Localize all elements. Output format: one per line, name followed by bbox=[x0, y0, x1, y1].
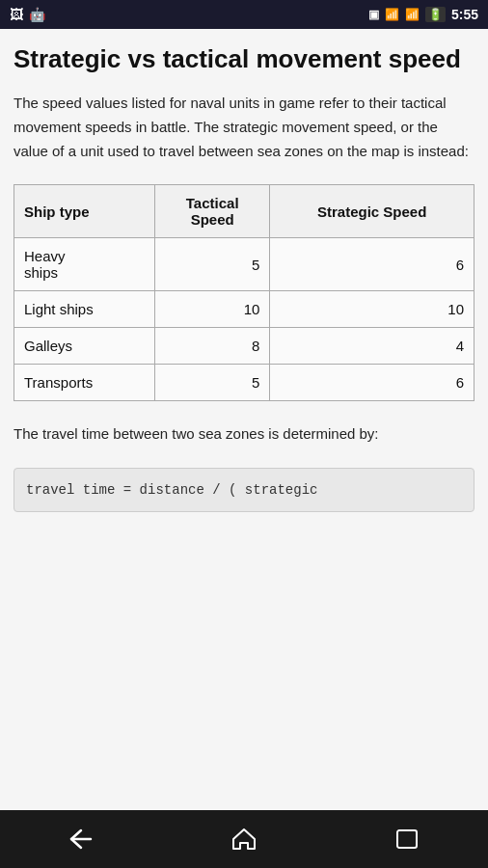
svg-marker-1 bbox=[233, 829, 255, 849]
time-display: 5:55 bbox=[451, 7, 478, 22]
formula-box: travel time = distance / ( strategic bbox=[14, 468, 474, 512]
description-text: The speed values listed for naval units … bbox=[14, 92, 474, 163]
table-row: Light ships 10 10 bbox=[14, 291, 474, 328]
cell-heavy-ships-name: Heavyships bbox=[14, 238, 155, 291]
cell-heavy-ships-strategic: 6 bbox=[270, 238, 474, 291]
status-left-icons: 🖼 🤖 bbox=[10, 7, 45, 22]
cell-transports-tactical: 5 bbox=[155, 365, 270, 401]
status-bar: 🖼 🤖 ▣ 📶 📶 🔋 5:55 bbox=[0, 0, 488, 29]
col-header-tactical-speed: TacticalSpeed bbox=[155, 185, 270, 238]
cell-transports-strategic: 6 bbox=[270, 365, 474, 401]
wifi-icon: 📶 bbox=[385, 8, 399, 21]
recent-apps-icon bbox=[395, 828, 419, 850]
page-title: Strategic vs tactical movement speed bbox=[14, 44, 474, 74]
photo-icon: 🖼 bbox=[10, 7, 23, 22]
cell-light-ships-name: Light ships bbox=[14, 291, 155, 328]
home-button[interactable] bbox=[215, 820, 273, 858]
bottom-nav bbox=[0, 810, 488, 868]
speed-table: Ship type TacticalSpeed Strategic Speed … bbox=[14, 184, 474, 401]
table-row: Heavyships 5 6 bbox=[14, 238, 474, 291]
android-icon: 🤖 bbox=[29, 7, 45, 22]
back-button[interactable] bbox=[52, 820, 110, 858]
cell-galleys-strategic: 4 bbox=[270, 328, 474, 365]
sim-icon: ▣ bbox=[368, 8, 379, 21]
back-icon bbox=[68, 828, 95, 850]
cell-galleys-tactical: 8 bbox=[155, 328, 270, 365]
home-icon bbox=[231, 827, 257, 851]
col-header-ship-type: Ship type bbox=[14, 185, 155, 238]
svg-rect-2 bbox=[397, 830, 417, 848]
formula-intro-text: The travel time between two sea zones is… bbox=[14, 422, 474, 447]
main-content: Strategic vs tactical movement speed The… bbox=[0, 29, 488, 810]
recent-apps-button[interactable] bbox=[378, 820, 436, 858]
signal-icon: 📶 bbox=[405, 8, 420, 21]
cell-light-ships-strategic: 10 bbox=[270, 291, 474, 328]
table-row: Transports 5 6 bbox=[14, 365, 474, 401]
battery-icon: 🔋 bbox=[425, 7, 446, 22]
formula-text: travel time = distance / ( strategic bbox=[26, 482, 317, 498]
cell-light-ships-tactical: 10 bbox=[155, 291, 270, 328]
cell-transports-name: Transports bbox=[14, 365, 155, 401]
table-row: Galleys 8 4 bbox=[14, 328, 474, 365]
table-header-row: Ship type TacticalSpeed Strategic Speed bbox=[14, 185, 474, 238]
col-header-strategic-speed: Strategic Speed bbox=[270, 185, 474, 238]
cell-heavy-ships-tactical: 5 bbox=[155, 238, 270, 291]
status-right-icons: ▣ 📶 📶 🔋 5:55 bbox=[368, 7, 478, 22]
cell-galleys-name: Galleys bbox=[14, 328, 155, 365]
